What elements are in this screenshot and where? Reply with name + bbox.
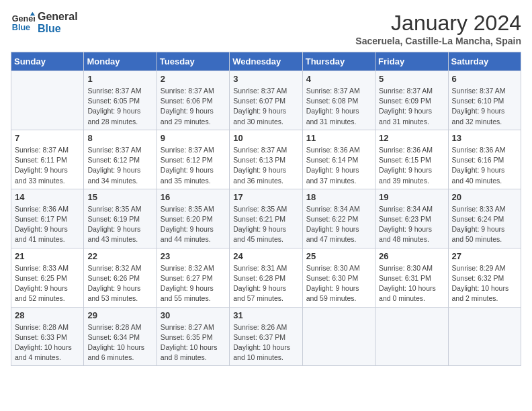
calendar-cell: 31Sunrise: 8:26 AMSunset: 6:37 PMDayligh… [230, 307, 302, 366]
month-title: January 2024 [355, 11, 521, 36]
day-number: 26 [379, 251, 444, 261]
day-info: Sunrise: 8:28 AMSunset: 6:34 PMDaylight:… [87, 322, 152, 363]
header-thursday: Thursday [302, 52, 375, 71]
day-info: Sunrise: 8:36 AMSunset: 6:16 PMDaylight:… [452, 145, 517, 186]
day-info: Sunrise: 8:31 AMSunset: 6:28 PMDaylight:… [233, 263, 298, 304]
header-tuesday: Tuesday [157, 52, 229, 71]
day-number: 9 [161, 133, 226, 143]
day-number: 24 [233, 251, 298, 261]
day-info: Sunrise: 8:32 AMSunset: 6:26 PMDaylight:… [87, 263, 152, 304]
calendar-header-row: SundayMondayTuesdayWednesdayThursdayFrid… [11, 52, 521, 71]
day-number: 14 [15, 192, 80, 202]
day-info: Sunrise: 8:33 AMSunset: 6:24 PMDaylight:… [452, 204, 517, 245]
day-info: Sunrise: 8:32 AMSunset: 6:27 PMDaylight:… [161, 263, 226, 304]
calendar-cell: 26Sunrise: 8:30 AMSunset: 6:31 PMDayligh… [375, 248, 448, 307]
calendar-cell: 12Sunrise: 8:36 AMSunset: 6:15 PMDayligh… [375, 130, 448, 189]
day-info: Sunrise: 8:34 AMSunset: 6:22 PMDaylight:… [306, 204, 371, 245]
svg-text:Blue: Blue [12, 23, 30, 32]
day-info: Sunrise: 8:34 AMSunset: 6:23 PMDaylight:… [379, 204, 444, 245]
calendar-cell: 19Sunrise: 8:34 AMSunset: 6:23 PMDayligh… [375, 189, 448, 248]
week-row-3: 14Sunrise: 8:36 AMSunset: 6:17 PMDayligh… [11, 189, 521, 248]
logo-general-text: General [38, 11, 78, 23]
header-sunday: Sunday [11, 52, 84, 71]
calendar-cell: 8Sunrise: 8:37 AMSunset: 6:12 PMDaylight… [84, 130, 157, 189]
page-header: General Blue General Blue January 2024 S… [11, 11, 521, 46]
calendar-cell: 21Sunrise: 8:33 AMSunset: 6:25 PMDayligh… [11, 248, 84, 307]
calendar-cell: 24Sunrise: 8:31 AMSunset: 6:28 PMDayligh… [230, 248, 302, 307]
calendar-cell [375, 307, 448, 366]
calendar-cell: 29Sunrise: 8:28 AMSunset: 6:34 PMDayligh… [84, 307, 157, 366]
calendar-cell: 7Sunrise: 8:37 AMSunset: 6:11 PMDaylight… [11, 130, 84, 189]
logo-blue-text: Blue [38, 23, 78, 35]
day-number: 28 [15, 310, 80, 320]
logo: General Blue General Blue [11, 11, 78, 35]
day-number: 11 [306, 133, 371, 143]
calendar-cell [11, 71, 84, 130]
day-info: Sunrise: 8:26 AMSunset: 6:37 PMDaylight:… [233, 322, 298, 363]
day-number: 2 [161, 74, 226, 84]
day-number: 20 [452, 192, 517, 202]
day-number: 8 [87, 133, 152, 143]
header-saturday: Saturday [448, 52, 521, 71]
day-info: Sunrise: 8:37 AMSunset: 6:09 PMDaylight:… [379, 86, 444, 127]
day-number: 30 [161, 310, 226, 320]
location-subtitle: Saceruela, Castille-La Mancha, Spain [355, 36, 521, 46]
day-number: 3 [233, 74, 298, 84]
header-monday: Monday [84, 52, 157, 71]
day-number: 19 [379, 192, 444, 202]
calendar-cell: 20Sunrise: 8:33 AMSunset: 6:24 PMDayligh… [448, 189, 521, 248]
week-row-1: 1Sunrise: 8:37 AMSunset: 6:05 PMDaylight… [11, 71, 521, 130]
calendar-cell: 5Sunrise: 8:37 AMSunset: 6:09 PMDaylight… [375, 71, 448, 130]
calendar-cell: 10Sunrise: 8:37 AMSunset: 6:13 PMDayligh… [230, 130, 302, 189]
day-number: 15 [87, 192, 152, 202]
day-info: Sunrise: 8:37 AMSunset: 6:12 PMDaylight:… [161, 145, 226, 186]
day-number: 27 [452, 251, 517, 261]
week-row-5: 28Sunrise: 8:28 AMSunset: 6:33 PMDayligh… [11, 307, 521, 366]
calendar-cell: 28Sunrise: 8:28 AMSunset: 6:33 PMDayligh… [11, 307, 84, 366]
day-number: 7 [15, 133, 80, 143]
calendar-cell: 30Sunrise: 8:27 AMSunset: 6:35 PMDayligh… [157, 307, 229, 366]
calendar-cell: 3Sunrise: 8:37 AMSunset: 6:07 PMDaylight… [230, 71, 302, 130]
logo-icon: General Blue [11, 11, 35, 35]
calendar-cell: 9Sunrise: 8:37 AMSunset: 6:12 PMDaylight… [157, 130, 229, 189]
calendar-cell: 2Sunrise: 8:37 AMSunset: 6:06 PMDaylight… [157, 71, 229, 130]
day-info: Sunrise: 8:37 AMSunset: 6:12 PMDaylight:… [87, 145, 152, 186]
day-info: Sunrise: 8:35 AMSunset: 6:20 PMDaylight:… [161, 204, 226, 245]
day-info: Sunrise: 8:33 AMSunset: 6:25 PMDaylight:… [15, 263, 80, 304]
day-info: Sunrise: 8:35 AMSunset: 6:21 PMDaylight:… [233, 204, 298, 245]
calendar-cell: 6Sunrise: 8:37 AMSunset: 6:10 PMDaylight… [448, 71, 521, 130]
calendar-cell: 23Sunrise: 8:32 AMSunset: 6:27 PMDayligh… [157, 248, 229, 307]
calendar-cell: 15Sunrise: 8:35 AMSunset: 6:19 PMDayligh… [84, 189, 157, 248]
day-info: Sunrise: 8:27 AMSunset: 6:35 PMDaylight:… [161, 322, 226, 363]
day-number: 4 [306, 74, 371, 84]
week-row-2: 7Sunrise: 8:37 AMSunset: 6:11 PMDaylight… [11, 130, 521, 189]
day-number: 29 [87, 310, 152, 320]
day-info: Sunrise: 8:37 AMSunset: 6:10 PMDaylight:… [452, 86, 517, 127]
header-friday: Friday [375, 52, 448, 71]
day-number: 25 [306, 251, 371, 261]
day-number: 5 [379, 74, 444, 84]
day-info: Sunrise: 8:36 AMSunset: 6:17 PMDaylight:… [15, 204, 80, 245]
calendar-cell: 14Sunrise: 8:36 AMSunset: 6:17 PMDayligh… [11, 189, 84, 248]
day-info: Sunrise: 8:37 AMSunset: 6:13 PMDaylight:… [233, 145, 298, 186]
day-info: Sunrise: 8:30 AMSunset: 6:30 PMDaylight:… [306, 263, 371, 304]
day-number: 16 [161, 192, 226, 202]
day-info: Sunrise: 8:35 AMSunset: 6:19 PMDaylight:… [87, 204, 152, 245]
day-info: Sunrise: 8:36 AMSunset: 6:14 PMDaylight:… [306, 145, 371, 186]
calendar-cell: 16Sunrise: 8:35 AMSunset: 6:20 PMDayligh… [157, 189, 229, 248]
calendar-cell: 22Sunrise: 8:32 AMSunset: 6:26 PMDayligh… [84, 248, 157, 307]
day-info: Sunrise: 8:37 AMSunset: 6:11 PMDaylight:… [15, 145, 80, 186]
day-number: 18 [306, 192, 371, 202]
week-row-4: 21Sunrise: 8:33 AMSunset: 6:25 PMDayligh… [11, 248, 521, 307]
calendar-cell [302, 307, 375, 366]
calendar-cell: 11Sunrise: 8:36 AMSunset: 6:14 PMDayligh… [302, 130, 375, 189]
title-block: January 2024 Saceruela, Castille-La Manc… [355, 11, 521, 46]
day-info: Sunrise: 8:37 AMSunset: 6:08 PMDaylight:… [306, 86, 371, 127]
day-info: Sunrise: 8:28 AMSunset: 6:33 PMDaylight:… [15, 322, 80, 363]
day-info: Sunrise: 8:37 AMSunset: 6:06 PMDaylight:… [161, 86, 226, 127]
day-number: 10 [233, 133, 298, 143]
day-info: Sunrise: 8:30 AMSunset: 6:31 PMDaylight:… [379, 263, 444, 304]
calendar-cell: 1Sunrise: 8:37 AMSunset: 6:05 PMDaylight… [84, 71, 157, 130]
day-info: Sunrise: 8:36 AMSunset: 6:15 PMDaylight:… [379, 145, 444, 186]
calendar-cell: 4Sunrise: 8:37 AMSunset: 6:08 PMDaylight… [302, 71, 375, 130]
